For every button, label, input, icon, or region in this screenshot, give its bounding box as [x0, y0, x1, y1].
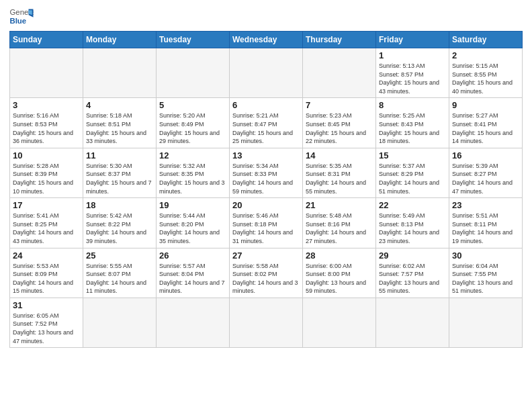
day-info: Sunrise: 5:49 AM Sunset: 8:13 PM Dayligh…	[379, 212, 446, 245]
table-row	[10, 48, 83, 98]
table-row: 18Sunrise: 5:42 AM Sunset: 8:22 PM Dayli…	[83, 198, 157, 248]
day-info: Sunrise: 5:41 AM Sunset: 8:25 PM Dayligh…	[13, 212, 80, 245]
table-row	[303, 298, 376, 347]
table-row: 14Sunrise: 5:35 AM Sunset: 8:31 PM Dayli…	[303, 148, 376, 197]
day-number: 12	[159, 150, 226, 161]
table-row: 4Sunrise: 5:18 AM Sunset: 8:51 PM Daylig…	[83, 98, 157, 148]
day-info: Sunrise: 5:44 AM Sunset: 8:20 PM Dayligh…	[159, 212, 226, 245]
day-info: Sunrise: 5:15 AM Sunset: 8:55 PM Dayligh…	[452, 62, 519, 95]
col-saturday: Saturday	[449, 32, 523, 48]
table-row	[83, 298, 157, 347]
table-row: 28Sunrise: 6:00 AM Sunset: 8:00 PM Dayli…	[303, 248, 376, 298]
table-row: 31Sunrise: 6:05 AM Sunset: 7:52 PM Dayli…	[10, 298, 83, 347]
table-row	[303, 48, 376, 98]
table-row: 8Sunrise: 5:25 AM Sunset: 8:43 PM Daylig…	[376, 98, 449, 148]
calendar-table: Sunday Monday Tuesday Wednesday Thursday…	[9, 31, 523, 348]
table-row: 24Sunrise: 5:53 AM Sunset: 8:09 PM Dayli…	[10, 248, 83, 298]
table-row: 23Sunrise: 5:51 AM Sunset: 8:11 PM Dayli…	[449, 198, 523, 248]
day-info: Sunrise: 5:34 AM Sunset: 8:33 PM Dayligh…	[232, 162, 300, 195]
table-row: 17Sunrise: 5:41 AM Sunset: 8:25 PM Dayli…	[10, 198, 83, 248]
day-info: Sunrise: 6:02 AM Sunset: 7:57 PM Dayligh…	[379, 262, 446, 295]
day-number: 19	[159, 200, 226, 210]
table-row: 26Sunrise: 5:57 AM Sunset: 8:04 PM Dayli…	[157, 248, 230, 298]
table-row: 19Sunrise: 5:44 AM Sunset: 8:20 PM Dayli…	[157, 198, 230, 248]
table-row	[83, 48, 157, 98]
day-number: 26	[159, 250, 226, 261]
day-number: 25	[86, 250, 153, 261]
day-number: 11	[86, 150, 153, 161]
col-tuesday: Tuesday	[157, 32, 230, 48]
day-info: Sunrise: 5:13 AM Sunset: 8:57 PM Dayligh…	[379, 62, 446, 95]
day-number: 10	[13, 150, 80, 161]
table-row: 7Sunrise: 5:23 AM Sunset: 8:45 PM Daylig…	[303, 98, 376, 148]
calendar-header-row: Sunday Monday Tuesday Wednesday Thursday…	[10, 32, 523, 48]
table-row: 11Sunrise: 5:30 AM Sunset: 8:37 PM Dayli…	[83, 148, 157, 197]
table-row: 27Sunrise: 5:58 AM Sunset: 8:02 PM Dayli…	[230, 248, 303, 298]
col-thursday: Thursday	[303, 32, 376, 48]
day-info: Sunrise: 6:00 AM Sunset: 8:00 PM Dayligh…	[306, 262, 373, 295]
day-info: Sunrise: 5:16 AM Sunset: 8:53 PM Dayligh…	[13, 111, 80, 145]
day-number: 21	[306, 200, 373, 210]
table-row: 16Sunrise: 5:39 AM Sunset: 8:27 PM Dayli…	[449, 148, 523, 197]
col-wednesday: Wednesday	[230, 32, 303, 48]
day-info: Sunrise: 5:35 AM Sunset: 8:31 PM Dayligh…	[306, 162, 373, 195]
table-row: 6Sunrise: 5:21 AM Sunset: 8:47 PM Daylig…	[230, 98, 303, 148]
day-number: 29	[379, 250, 446, 261]
day-info: Sunrise: 5:46 AM Sunset: 8:18 PM Dayligh…	[232, 212, 300, 245]
day-number: 3	[13, 100, 80, 110]
table-row: 1Sunrise: 5:13 AM Sunset: 8:57 PM Daylig…	[376, 48, 449, 98]
day-number: 17	[13, 200, 80, 210]
day-number: 1	[379, 50, 446, 60]
day-info: Sunrise: 5:53 AM Sunset: 8:09 PM Dayligh…	[13, 262, 80, 295]
col-friday: Friday	[376, 32, 449, 48]
day-info: Sunrise: 6:04 AM Sunset: 7:55 PM Dayligh…	[452, 262, 519, 295]
day-info: Sunrise: 5:48 AM Sunset: 8:16 PM Dayligh…	[306, 212, 373, 245]
table-row: 30Sunrise: 6:04 AM Sunset: 7:55 PM Dayli…	[449, 248, 523, 298]
day-number: 2	[452, 50, 519, 60]
table-row: 22Sunrise: 5:49 AM Sunset: 8:13 PM Dayli…	[376, 198, 449, 248]
day-number: 4	[86, 100, 153, 110]
day-info: Sunrise: 5:39 AM Sunset: 8:27 PM Dayligh…	[452, 162, 519, 195]
col-monday: Monday	[83, 32, 157, 48]
day-number: 8	[379, 100, 446, 110]
day-number: 23	[452, 200, 519, 210]
day-info: Sunrise: 5:23 AM Sunset: 8:45 PM Dayligh…	[306, 111, 373, 145]
day-number: 20	[232, 200, 300, 210]
table-row: 3Sunrise: 5:16 AM Sunset: 8:53 PM Daylig…	[10, 98, 83, 148]
day-number: 28	[306, 250, 373, 261]
table-row: 10Sunrise: 5:28 AM Sunset: 8:39 PM Dayli…	[10, 148, 83, 197]
day-number: 16	[452, 150, 519, 161]
table-row	[376, 298, 449, 347]
logo: General Blue	[9, 7, 34, 26]
day-info: Sunrise: 5:21 AM Sunset: 8:47 PM Dayligh…	[232, 111, 300, 145]
table-row: 20Sunrise: 5:46 AM Sunset: 8:18 PM Dayli…	[230, 198, 303, 248]
table-row: 2Sunrise: 5:15 AM Sunset: 8:55 PM Daylig…	[449, 48, 523, 98]
day-number: 15	[379, 150, 446, 161]
day-info: Sunrise: 5:27 AM Sunset: 8:41 PM Dayligh…	[452, 111, 519, 145]
day-info: Sunrise: 6:05 AM Sunset: 7:52 PM Dayligh…	[13, 312, 80, 345]
day-number: 22	[379, 200, 446, 210]
table-row: 9Sunrise: 5:27 AM Sunset: 8:41 PM Daylig…	[449, 98, 523, 148]
day-number: 6	[232, 100, 300, 110]
table-row: 12Sunrise: 5:32 AM Sunset: 8:35 PM Dayli…	[157, 148, 230, 197]
svg-text:Blue: Blue	[10, 17, 27, 25]
day-number: 27	[232, 250, 300, 261]
day-number: 13	[232, 150, 300, 161]
day-info: Sunrise: 5:42 AM Sunset: 8:22 PM Dayligh…	[86, 212, 153, 245]
day-number: 18	[86, 200, 153, 210]
day-info: Sunrise: 5:37 AM Sunset: 8:29 PM Dayligh…	[379, 162, 446, 195]
table-row: 15Sunrise: 5:37 AM Sunset: 8:29 PM Dayli…	[376, 148, 449, 197]
day-info: Sunrise: 5:25 AM Sunset: 8:43 PM Dayligh…	[379, 111, 446, 145]
day-info: Sunrise: 5:20 AM Sunset: 8:49 PM Dayligh…	[159, 111, 226, 145]
table-row	[157, 48, 230, 98]
day-info: Sunrise: 5:58 AM Sunset: 8:02 PM Dayligh…	[232, 262, 300, 295]
day-info: Sunrise: 5:51 AM Sunset: 8:11 PM Dayligh…	[452, 212, 519, 245]
day-number: 9	[452, 100, 519, 110]
day-number: 31	[13, 300, 80, 310]
table-row: 25Sunrise: 5:55 AM Sunset: 8:07 PM Dayli…	[83, 248, 157, 298]
day-number: 7	[306, 100, 373, 110]
day-number: 5	[159, 100, 226, 110]
table-row: 5Sunrise: 5:20 AM Sunset: 8:49 PM Daylig…	[157, 98, 230, 148]
table-row: 21Sunrise: 5:48 AM Sunset: 8:16 PM Dayli…	[303, 198, 376, 248]
day-info: Sunrise: 5:30 AM Sunset: 8:37 PM Dayligh…	[86, 162, 153, 195]
